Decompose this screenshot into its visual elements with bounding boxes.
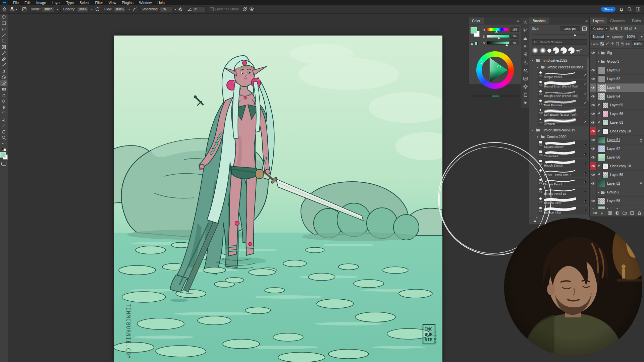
layer-thumbnail[interactable] xyxy=(598,180,605,187)
chevron-down-icon[interactable] xyxy=(128,9,130,10)
color-wheel[interactable] xyxy=(469,51,521,92)
brush-preset-preview[interactable]: 1900 xyxy=(10,7,14,12)
tablet-pressure-icon[interactable] xyxy=(22,7,27,12)
tab-channels[interactable]: Channels xyxy=(607,17,629,24)
hand-tool[interactable] xyxy=(0,128,7,134)
pencil-tip-thumb[interactable] xyxy=(568,47,575,54)
menu-item-help[interactable]: Help xyxy=(157,1,165,5)
layer-name[interactable]: Layer 51 xyxy=(607,138,620,142)
menu-item-plugins[interactable]: Plugins xyxy=(122,1,133,5)
history-tool[interactable] xyxy=(0,74,7,80)
layer-row[interactable]: Layer 52 xyxy=(590,179,644,188)
tab-color[interactable]: Color xyxy=(469,17,484,24)
layer-name[interactable]: Layer 62 xyxy=(607,77,620,81)
brush-size-field[interactable]: 1900 px xyxy=(560,26,580,31)
lock-position-icon[interactable] xyxy=(610,42,614,46)
layer-name[interactable]: Lines copy 10 xyxy=(610,164,631,168)
layer-name[interactable]: Sig xyxy=(607,51,612,55)
lock-pixels-icon[interactable] xyxy=(605,42,609,46)
wand-tool[interactable] xyxy=(0,32,7,38)
quick-mask-button[interactable] xyxy=(1,162,6,166)
lock-transparency-icon[interactable] xyxy=(600,42,604,46)
menu-item-file[interactable]: File xyxy=(13,1,19,5)
color-ramp[interactable] xyxy=(471,95,519,97)
share-button[interactable]: Share xyxy=(601,7,615,12)
layer-name[interactable]: Layer 67 xyxy=(607,147,620,150)
brush-folder[interactable]: ▾Tim-brushes-Nov2019 xyxy=(529,127,590,133)
new-group-icon[interactable] xyxy=(623,211,627,215)
move-tool[interactable] xyxy=(0,14,7,20)
add-layer-mask-icon[interactable] xyxy=(608,211,612,215)
layer-visibility-toggle[interactable] xyxy=(590,205,597,209)
lock-artboard-icon[interactable] xyxy=(615,42,619,46)
character-icon[interactable] xyxy=(521,42,529,50)
layer-row[interactable]: Layer 61 xyxy=(590,118,644,127)
layer-thumbnail[interactable] xyxy=(598,93,605,100)
soft-brush-thumb[interactable] xyxy=(532,47,538,54)
filter-pixel-layers-icon[interactable] xyxy=(610,25,614,32)
brush-item[interactable]: 14...Dust Particles xyxy=(538,99,588,107)
layer-thumbnail[interactable] xyxy=(598,67,605,74)
symmetry-butterfly-icon[interactable] xyxy=(249,7,254,12)
lock-all-icon[interactable] xyxy=(621,42,624,46)
menu-item-window[interactable]: Window xyxy=(139,1,152,5)
filter-smart-object-icon[interactable] xyxy=(629,25,633,32)
tool-presets-icon[interactable] xyxy=(521,18,529,26)
new-layer-icon[interactable] xyxy=(630,211,634,215)
document-canvas[interactable]: TIMMCBURNIE.COM TMC BUR NIE 2025 xyxy=(114,36,442,362)
layer-row[interactable]: Layer 66 xyxy=(590,110,644,118)
layer-row[interactable]: Layer 67 xyxy=(590,144,644,153)
brush-item[interactable]: 7Pencil - Think Thin 7 xyxy=(538,168,588,177)
actions-icon[interactable] xyxy=(521,99,529,107)
menu-item-type[interactable]: Type xyxy=(66,1,74,5)
chevron-down-icon[interactable] xyxy=(641,36,643,38)
erase-to-history-checkbox[interactable] xyxy=(210,7,214,11)
layer-visibility-toggle[interactable] xyxy=(590,153,597,162)
panel-resize-handle[interactable] xyxy=(533,220,537,222)
gamut-warning-icon[interactable] xyxy=(471,43,473,45)
layer-visibility-toggle[interactable] xyxy=(590,197,597,205)
menu-item-filter[interactable]: Filter xyxy=(95,1,103,5)
layer-name[interactable]: Layer 68 xyxy=(607,86,620,89)
layer-row[interactable]: Layer 68 xyxy=(590,83,644,92)
layer-group-row[interactable]: ▸Group 2 xyxy=(590,188,644,197)
layer-name[interactable]: Layer 64 xyxy=(607,95,620,98)
chevron-right-icon[interactable]: ▸ xyxy=(598,60,599,63)
hue-ring-selector[interactable] xyxy=(480,60,483,64)
panel-menu-icon[interactable]: ≡ xyxy=(517,19,519,23)
layer-thumbnail[interactable] xyxy=(602,102,608,108)
filter-shape-icon[interactable] xyxy=(624,25,628,32)
layer-row[interactable]: Layer 65 xyxy=(590,101,644,110)
panel-menu-icon[interactable]: ≡ xyxy=(586,19,588,23)
menu-item-view[interactable]: View xyxy=(109,1,116,5)
paragraph-styles-icon[interactable] xyxy=(521,58,529,66)
layer-thumbnail[interactable] xyxy=(598,84,605,92)
layer-visibility-toggle[interactable] xyxy=(590,136,597,144)
brush-folder[interactable]: ▾Comics 2020 xyxy=(529,133,590,140)
layer-thumbnail[interactable] xyxy=(598,197,605,205)
layer-visibility-toggle[interactable] xyxy=(590,75,597,83)
line-tool[interactable] xyxy=(0,122,7,128)
pressure-size-icon[interactable] xyxy=(242,7,247,12)
layer-row[interactable]: Layer 63 xyxy=(590,66,644,75)
layer-visibility-toggle[interactable] xyxy=(590,171,597,179)
blur-tool[interactable] xyxy=(0,92,7,98)
airbrush-icon[interactable] xyxy=(132,7,137,12)
paragraph-icon[interactable] xyxy=(521,50,529,58)
filter-toggle-icon[interactable] xyxy=(634,25,637,32)
pressure-opacity-icon[interactable] xyxy=(95,7,100,12)
layer-thumbnail[interactable] xyxy=(602,128,608,134)
brush-settings-icon[interactable] xyxy=(521,26,529,34)
layer-thumbnail[interactable] xyxy=(602,163,608,169)
brush-item[interactable]: 10Simple Pencil xyxy=(538,178,588,186)
layer-visibility-toggle[interactable] xyxy=(590,179,597,188)
new-adjustment-layer-icon[interactable] xyxy=(615,211,620,215)
brush-folder[interactable]: ▾Simple Process Brushes xyxy=(529,64,590,70)
layer-opacity-field[interactable]: 100% xyxy=(625,34,638,40)
pen-tool[interactable] xyxy=(0,104,7,110)
layer-group-row[interactable]: ▸Group 3 xyxy=(590,57,644,66)
layer-visibility-toggle[interactable] xyxy=(590,57,597,66)
layer-row[interactable]: Layer 58 xyxy=(590,197,644,205)
chevron-down-icon[interactable] xyxy=(174,9,176,10)
brush-item[interactable]: 10Simple Pencil xyxy=(538,70,588,79)
